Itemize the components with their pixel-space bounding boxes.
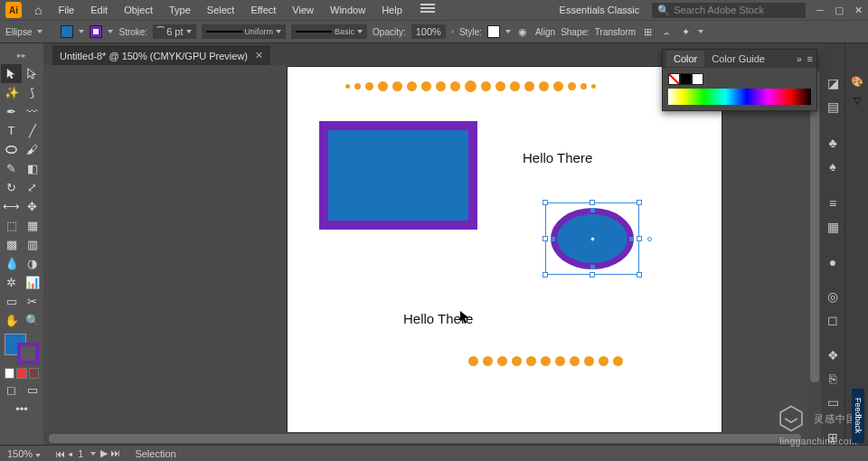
layers-panel-icon[interactable]: ❖	[825, 348, 841, 362]
selection-tool[interactable]	[1, 64, 22, 83]
zoom-level[interactable]: 150%	[7, 448, 41, 459]
handle-ne[interactable]	[637, 200, 642, 205]
panel-menu-icon[interactable]: ≡	[807, 53, 813, 64]
swatches-panel-icon[interactable]: ▦	[825, 220, 841, 234]
isolate-icon[interactable]: ⊞	[641, 25, 655, 39]
rotate-tool[interactable]: ↻	[1, 178, 22, 197]
menu-view[interactable]: View	[285, 2, 321, 18]
menu-file[interactable]: File	[51, 2, 81, 18]
paintbrush-tool[interactable]: 🖌	[22, 140, 42, 159]
handle-w[interactable]	[542, 236, 548, 241]
close-tab-icon[interactable]: ✕	[255, 50, 263, 61]
symbols-panel-icon[interactable]: ♠	[825, 159, 841, 174]
asset-export-panel-icon[interactable]: ⎘	[825, 372, 841, 386]
black-swatch[interactable]	[680, 73, 692, 85]
align-label[interactable]: Align	[535, 27, 555, 37]
color-mode[interactable]	[5, 368, 14, 379]
app-logo[interactable]: Ai	[5, 2, 22, 18]
artboards-panel-icon[interactable]: ▭	[825, 395, 841, 409]
tool-collapse-icon[interactable]: ▸▸	[1, 45, 42, 64]
gradient-mode[interactable]	[16, 368, 26, 379]
spectrum-ramp[interactable]	[668, 89, 811, 105]
close-button[interactable]: ✕	[854, 5, 863, 16]
center-point[interactable]	[590, 237, 595, 241]
appearance-panel-icon[interactable]: ◻	[825, 313, 841, 327]
menu-object[interactable]: Object	[117, 2, 160, 18]
eyedropper-tool[interactable]: 💧	[1, 254, 22, 273]
align-icon[interactable]: ⫠	[660, 25, 674, 39]
stroke-panel-icon[interactable]: ≡	[825, 196, 841, 211]
graph-tool[interactable]: 📊	[22, 273, 42, 292]
blend-tool[interactable]: ◑	[22, 254, 42, 273]
mesh-tool[interactable]: ▩	[1, 235, 22, 254]
handle-e[interactable]	[637, 236, 642, 241]
handle-n[interactable]	[590, 200, 595, 205]
home-icon[interactable]: ⌂	[34, 3, 42, 17]
artboard-nav[interactable]: ⏮ ◀ 1 ▶ ⏭	[55, 447, 120, 459]
style-swatch[interactable]	[487, 25, 500, 38]
shape-builder-tool[interactable]: ⬚	[1, 216, 22, 235]
menu-type[interactable]: Type	[162, 2, 198, 18]
feedback-badge[interactable]: Feedback	[852, 389, 864, 443]
canvas[interactable]: Hello There Hello There	[43, 65, 821, 445]
menu-help[interactable]: Help	[374, 2, 410, 18]
menu-effect[interactable]: Effect	[243, 2, 283, 18]
anchor-w[interactable]	[551, 237, 555, 241]
handle-se[interactable]	[637, 272, 642, 278]
slice-tool[interactable]: ✂	[22, 292, 42, 311]
stroke-swatch[interactable]	[90, 25, 102, 38]
var-width-profile[interactable]: Uniform	[202, 24, 287, 39]
maximize-button[interactable]: ▢	[835, 5, 844, 16]
line-tool[interactable]: ╱	[22, 121, 42, 140]
anchor-s[interactable]	[590, 265, 595, 269]
anchor-e[interactable]	[629, 237, 634, 241]
direct-selection-tool[interactable]	[22, 64, 42, 83]
zoom-tool[interactable]: 🔍	[22, 311, 42, 330]
recolor-icon[interactable]: ◉	[516, 25, 530, 39]
tab-color[interactable]: Color	[666, 51, 704, 67]
stroke-weight[interactable]: ⁀6 pt	[153, 24, 195, 39]
tab-color-guide[interactable]: Color Guide	[704, 51, 772, 67]
fill-swatch[interactable]	[61, 25, 73, 38]
workspace-switcher[interactable]: Essentials Classic	[554, 2, 651, 18]
screen-mode[interactable]: ▭	[22, 381, 42, 400]
scrollbar-horizontal[interactable]	[43, 432, 821, 445]
handle-s[interactable]	[590, 272, 595, 278]
width-tool[interactable]: ⟷	[1, 197, 22, 216]
magic-wand-tool[interactable]: ✨	[1, 83, 22, 102]
hand-tool[interactable]: ✋	[1, 311, 22, 330]
xform-icon[interactable]: ✦	[679, 25, 693, 39]
free-transform-tool[interactable]: ✥	[22, 197, 42, 216]
tool-dd[interactable]	[37, 30, 42, 33]
handle-nw[interactable]	[542, 200, 548, 205]
shaper-tool[interactable]: ✎	[1, 159, 22, 178]
scrollbar-vertical[interactable]	[808, 65, 821, 432]
scale-tool[interactable]: ⤢	[22, 178, 42, 197]
shape-label[interactable]: Shape:	[561, 27, 590, 37]
white-swatch[interactable]	[692, 73, 703, 85]
edit-toolbar[interactable]: •••	[1, 400, 42, 419]
curvature-tool[interactable]: 〰	[22, 102, 42, 121]
menu-select[interactable]: Select	[200, 2, 242, 18]
color-panel-icon[interactable]: 🎨	[851, 76, 863, 88]
opacity-input[interactable]: 100%	[411, 24, 446, 39]
minimize-button[interactable]: ─	[816, 5, 824, 16]
color-guide-panel-icon[interactable]: ▽	[854, 95, 861, 107]
pen-tool[interactable]: ✒	[1, 102, 22, 121]
document-tab[interactable]: Untitled-8* @ 150% (CMYK/GPU Preview)✕	[52, 45, 270, 65]
arrange-docs-icon[interactable]	[420, 4, 435, 16]
stroke-box[interactable]	[17, 343, 39, 364]
panel-collapse-icon[interactable]: »	[797, 54, 802, 64]
gradient-panel-icon[interactable]: ●	[825, 255, 841, 269]
eraser-tool[interactable]: ◧	[22, 159, 42, 178]
more-panel-icon[interactable]: ⊞	[825, 430, 841, 445]
fill-stroke-control[interactable]	[5, 334, 41, 366]
scroll-thumb-v[interactable]	[810, 71, 819, 382]
stock-search[interactable]: 🔍Search Adobe Stock	[652, 3, 806, 18]
stroke-dd[interactable]	[108, 30, 113, 33]
type-tool[interactable]: T	[1, 121, 22, 140]
properties-panel-icon[interactable]: ◪	[825, 76, 841, 90]
menu-window[interactable]: Window	[323, 2, 373, 18]
perspective-tool[interactable]: ▦	[22, 216, 42, 235]
ellipse-tool[interactable]	[1, 140, 22, 159]
